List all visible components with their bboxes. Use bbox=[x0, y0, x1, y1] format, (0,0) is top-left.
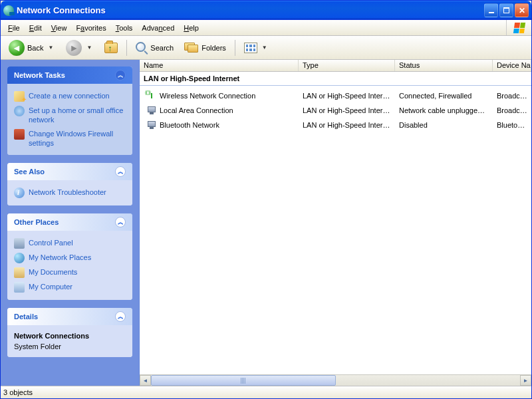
folder-up-icon: ↑ bbox=[104, 43, 118, 53]
network-connections-icon bbox=[3, 5, 14, 16]
chevron-up-icon: ︽ bbox=[115, 217, 126, 227]
search-button[interactable]: Search bbox=[132, 40, 178, 56]
home-network-icon bbox=[14, 106, 25, 116]
back-dropdown-icon[interactable]: ▼ bbox=[46, 45, 55, 51]
new-connection-icon bbox=[14, 91, 25, 102]
link-troubleshooter[interactable]: Network Troubleshooter bbox=[14, 186, 126, 200]
menu-help[interactable]: Help bbox=[179, 22, 203, 34]
chevron-up-icon: ︽ bbox=[115, 70, 126, 80]
lan-icon bbox=[146, 120, 157, 130]
menu-tools[interactable]: Tools bbox=[111, 22, 138, 34]
connection-row[interactable]: Local Area ConnectionLAN or High-Speed I… bbox=[140, 103, 531, 118]
views-dropdown-icon[interactable]: ▼ bbox=[260, 45, 269, 51]
close-button[interactable]: ✕ bbox=[515, 3, 529, 17]
network-tasks-header[interactable]: Network Tasks ︽ bbox=[7, 66, 132, 84]
lan-icon bbox=[146, 105, 157, 116]
menu-file[interactable]: File bbox=[3, 22, 25, 34]
details-header[interactable]: Details ︽ bbox=[7, 308, 132, 325]
views-icon bbox=[244, 43, 257, 53]
column-status[interactable]: Status bbox=[395, 60, 493, 71]
menubar: File Edit View Favorites Tools Advanced … bbox=[1, 20, 531, 36]
group-header[interactable]: LAN or High-Speed Internet bbox=[140, 72, 531, 86]
menu-edit[interactable]: Edit bbox=[25, 22, 47, 34]
task-create-connection[interactable]: Create a new connection bbox=[14, 89, 126, 104]
folders-icon bbox=[184, 43, 199, 53]
horizontal-scrollbar[interactable]: ◄ ► bbox=[140, 374, 531, 386]
column-name[interactable]: Name bbox=[140, 60, 299, 71]
column-type[interactable]: Type bbox=[299, 60, 395, 71]
see-also-header[interactable]: See Also ︽ bbox=[7, 163, 132, 180]
link-my-computer[interactable]: My Computer bbox=[14, 280, 126, 295]
views-button[interactable]: ▼ bbox=[240, 41, 273, 55]
sidebar: Network Tasks ︽ Create a new connection … bbox=[1, 60, 139, 386]
forward-arrow-icon: ► bbox=[66, 40, 82, 56]
toolbar: ◄ Back ▼ ► ▼ ↑ Search Folders ▼ bbox=[1, 36, 531, 60]
chevron-up-icon: ︽ bbox=[115, 166, 126, 177]
scroll-left-icon[interactable]: ◄ bbox=[140, 375, 151, 386]
wifi-icon bbox=[146, 90, 157, 101]
documents-icon bbox=[14, 267, 25, 278]
info-icon bbox=[14, 188, 25, 198]
scroll-right-icon[interactable]: ► bbox=[520, 375, 531, 386]
column-device[interactable]: Device Na bbox=[493, 60, 531, 71]
menu-view[interactable]: View bbox=[47, 22, 72, 34]
minimize-button[interactable] bbox=[484, 3, 498, 17]
firewall-icon bbox=[14, 129, 25, 140]
menu-advanced[interactable]: Advanced bbox=[137, 22, 179, 34]
folders-button[interactable]: Folders bbox=[180, 41, 230, 55]
status-text: 3 objects bbox=[3, 388, 33, 396]
connection-row[interactable]: Bluetooth NetworkLAN or High-Speed Inter… bbox=[140, 118, 531, 132]
titlebar[interactable]: Network Connections ✕ bbox=[1, 1, 531, 20]
network-places-icon bbox=[14, 253, 25, 263]
up-button[interactable]: ↑ bbox=[100, 41, 122, 55]
control-panel-icon bbox=[14, 238, 25, 249]
connection-row[interactable]: Wireless Network ConnectionLAN or High-S… bbox=[140, 88, 531, 103]
chevron-up-icon: ︽ bbox=[115, 311, 126, 322]
network-tasks-panel: Network Tasks ︽ Create a new connection … bbox=[7, 66, 132, 155]
link-network-places[interactable]: My Network Places bbox=[14, 251, 126, 265]
see-also-panel: See Also ︽ Network Troubleshooter bbox=[7, 163, 132, 205]
other-places-header[interactable]: Other Places ︽ bbox=[7, 213, 132, 231]
column-headers: Name Type Status Device Na bbox=[140, 60, 531, 72]
scroll-thumb[interactable] bbox=[151, 375, 336, 386]
forward-button[interactable]: ► ▼ bbox=[62, 38, 98, 58]
search-icon bbox=[136, 42, 148, 54]
windows-logo bbox=[506, 20, 531, 35]
list-view: Name Type Status Device Na LAN or High-S… bbox=[139, 60, 531, 386]
back-button[interactable]: ◄ Back ▼ bbox=[5, 38, 59, 58]
computer-icon bbox=[14, 282, 25, 293]
task-setup-network[interactable]: Set up a home or small office network bbox=[14, 104, 126, 127]
menu-favorites[interactable]: Favorites bbox=[71, 22, 110, 34]
details-panel: Details ︽ Network Connections System Fol… bbox=[7, 308, 132, 357]
link-control-panel[interactable]: Control Panel bbox=[14, 236, 126, 251]
maximize-button[interactable] bbox=[499, 3, 513, 17]
task-firewall[interactable]: Change Windows Firewall settings bbox=[14, 127, 126, 150]
link-my-documents[interactable]: My Documents bbox=[14, 265, 126, 280]
statusbar: 3 objects bbox=[1, 386, 531, 398]
other-places-panel: Other Places ︽ Control Panel My Network … bbox=[7, 213, 132, 300]
window-title: Network Connections bbox=[17, 5, 484, 15]
back-arrow-icon: ◄ bbox=[9, 40, 25, 56]
forward-dropdown-icon[interactable]: ▼ bbox=[84, 45, 94, 51]
